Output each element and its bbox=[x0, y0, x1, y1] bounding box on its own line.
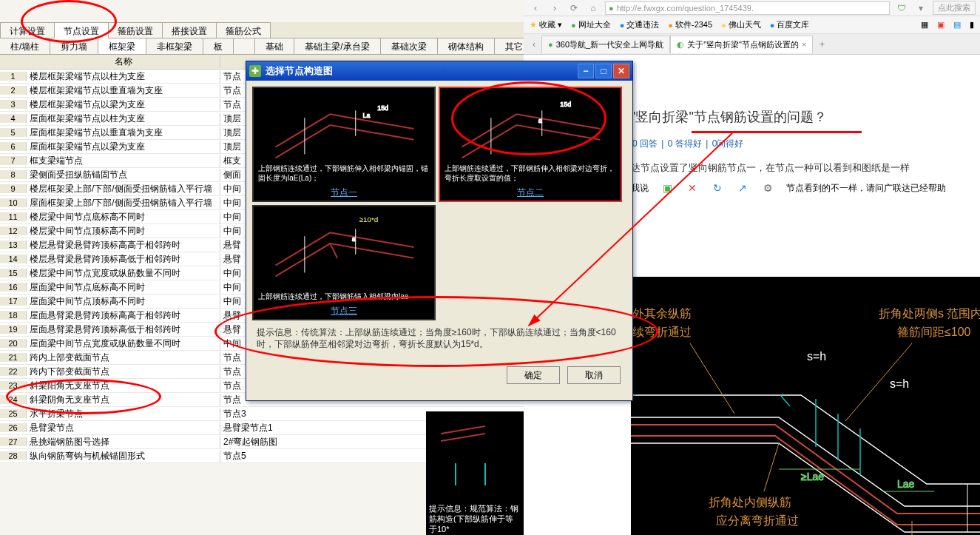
fav-software[interactable]: ●软件-2345 bbox=[668, 19, 712, 30]
forward-button[interactable]: › bbox=[547, 1, 562, 15]
node-card-1[interactable]: La 15d 上部钢筋连续通过，下部钢筋伸入相邻梁内锚固，锚固长度为laE(La… bbox=[252, 87, 436, 202]
browser-tab-1[interactable]: ● 360导航_新一代安全上网导航 bbox=[541, 36, 670, 53]
tab-calc[interactable]: 计算设置 bbox=[0, 22, 55, 38]
row-number: 18 bbox=[0, 311, 27, 320]
svg-line-0 bbox=[441, 426, 485, 434]
minimize-button[interactable]: − bbox=[578, 64, 594, 78]
tab-lap[interactable]: 搭接设置 bbox=[162, 22, 217, 38]
node-card-3[interactable]: a ≥10*d 上部钢筋连续通过，下部钢筋锚入相邻梁内lae 节点三 bbox=[252, 205, 436, 320]
car-icon: ● bbox=[620, 21, 625, 30]
subtab-foundbeam[interactable]: 基础主梁/承台梁 bbox=[294, 38, 380, 54]
subtab-framebeam[interactable]: 框架梁 bbox=[98, 38, 146, 54]
preview-pane: 提示信息：规范算法：钢筋构造(下部纵筋伸于等于10* bbox=[426, 411, 524, 535]
rotate-icon[interactable]: ↻ bbox=[711, 181, 724, 195]
svg-text:15d: 15d bbox=[560, 101, 571, 108]
row-name: 梁侧面受扭纵筋锚固节点 bbox=[27, 169, 220, 181]
tab-close-icon[interactable]: × bbox=[802, 40, 806, 49]
row-name: 楼层梁中间节点宽度或纵筋数量不同时 bbox=[27, 267, 220, 280]
zoom-fit-icon[interactable]: ▣ bbox=[660, 181, 674, 195]
back-button[interactable]: ‹ bbox=[528, 1, 543, 15]
row-name: 屋面悬臂梁悬臂跨顶标高高于相邻跨时 bbox=[27, 309, 220, 322]
row-name: 屋面框架梁端节点以垂直墙为支座 bbox=[27, 127, 220, 139]
toolbar-grid-icon[interactable]: ▦ bbox=[921, 20, 928, 30]
zoom-actual-icon[interactable]: ✕ bbox=[686, 181, 699, 195]
svg-text:La: La bbox=[363, 112, 371, 119]
row-name: 楼层梁中间节点顶标高不同时 bbox=[27, 225, 220, 238]
row-name: 楼层框架梁端节点以梁为支座 bbox=[27, 98, 220, 111]
svg-text:a: a bbox=[538, 117, 542, 124]
tab-prev[interactable]: ‹ bbox=[527, 39, 541, 50]
reload-button[interactable]: ⟳ bbox=[567, 1, 581, 15]
tab-formula[interactable]: 箍筋公式 bbox=[216, 22, 271, 38]
subtab-foundsec[interactable]: 基础次梁 bbox=[381, 38, 438, 54]
subtab-column[interactable]: 柱/墙柱 bbox=[0, 38, 50, 54]
row-name: 屋面框架梁端节点以梁为支座 bbox=[27, 141, 220, 153]
search-box[interactable]: 点此搜索 bbox=[933, 1, 976, 15]
row-name: 斜梁阴角无支座节点 bbox=[27, 394, 220, 406]
dialog-titlebar[interactable]: ✚ 选择节点构造图 − □ ✕ bbox=[246, 61, 632, 81]
svg-text:s=h: s=h bbox=[807, 350, 826, 363]
dialog: ✚ 选择节点构造图 − □ ✕ La 15d bbox=[246, 61, 633, 401]
node3-label: 节点三 bbox=[254, 305, 434, 317]
svg-line-1 bbox=[441, 434, 485, 441]
svg-text:Lae: Lae bbox=[897, 478, 915, 490]
row-name: 纵向钢筋弯钩与机械锚固形式 bbox=[27, 450, 220, 462]
maximize-button[interactable]: □ bbox=[595, 64, 612, 78]
node3-desc: 上部钢筋连续通过，下部钢筋锚入相邻梁内lae bbox=[258, 292, 430, 301]
subtab-nonframe[interactable]: 非框架梁 bbox=[146, 38, 203, 54]
row-name: 屋面梁中间节点底标高不同时 bbox=[27, 281, 220, 294]
node-card-2[interactable]: a 15d 上部钢筋连续通过，下部钢筋伸入相邻梁对边弯折，弯折长度取设置的值； … bbox=[439, 87, 622, 202]
fav-sites[interactable]: ●网址大全 bbox=[571, 19, 611, 30]
subtab-shearwall[interactable]: 剪力墙 bbox=[50, 38, 98, 54]
new-tab-button[interactable]: + bbox=[813, 39, 831, 50]
fav-traffic[interactable]: ●交通违法 bbox=[620, 19, 660, 30]
doc-icon: ● bbox=[770, 21, 775, 30]
dialog-icon: ✚ bbox=[249, 65, 261, 77]
toolbar-cal-icon[interactable]: ▣ bbox=[937, 20, 944, 30]
cancel-button[interactable]: 取消 bbox=[567, 366, 621, 384]
close-button[interactable]: ✕ bbox=[613, 64, 629, 78]
shield-icon[interactable]: 🛡 bbox=[894, 1, 909, 15]
toolbar-db-icon[interactable]: ▤ bbox=[953, 20, 961, 30]
fav-baidu[interactable]: ●百度文库 bbox=[770, 19, 810, 30]
row-number: 24 bbox=[0, 395, 27, 404]
toolbar-plus-icon[interactable]: ▮ bbox=[970, 20, 974, 30]
home-button[interactable]: ⌂ bbox=[586, 1, 601, 15]
row-number: 23 bbox=[0, 381, 27, 390]
subtab-slab[interactable]: 板 bbox=[203, 38, 234, 54]
favorites-bar: ★收藏 ▾ ●网址大全 ●交通违法 ●软件-2345 ●佛山天气 ●百度文库 ▦… bbox=[524, 16, 980, 34]
svg-text:15d: 15d bbox=[377, 104, 388, 112]
fav-star[interactable]: ★收藏 ▾ bbox=[530, 19, 562, 30]
gear-icon[interactable]: ⚙ bbox=[761, 181, 774, 195]
address-bar[interactable]: ● http://e.fwxgx.com/question_1745439. bbox=[605, 1, 890, 15]
share-icon[interactable]: ↗ bbox=[736, 181, 749, 195]
browser-tabs: ‹ ● 360导航_新一代安全上网导航 ◐ 关于"竖向折梁"节点钢筋设置的 × … bbox=[524, 34, 980, 55]
svg-line-31 bbox=[764, 443, 779, 491]
row-name: 框支梁端节点 bbox=[27, 155, 220, 167]
row-name: 楼层悬臂梁悬臂跨顶标高高于相邻跨时 bbox=[27, 239, 220, 252]
row-number: 25 bbox=[0, 409, 27, 418]
row-name: 屋面框架梁上部/下部/侧面受扭钢筋锚入平行墙 bbox=[27, 197, 220, 209]
row-number: 27 bbox=[0, 437, 27, 446]
row-number: 12 bbox=[0, 226, 27, 235]
subtab-empty[interactable] bbox=[234, 38, 255, 54]
node2-label: 节点二 bbox=[440, 186, 621, 199]
row-number: 16 bbox=[0, 283, 27, 292]
dropdown-icon[interactable]: ▾ bbox=[913, 1, 928, 15]
fav-weather[interactable]: ●佛山天气 bbox=[721, 19, 761, 30]
row-number: 8 bbox=[0, 170, 27, 179]
tab-stirrup[interactable]: 箍筋设置 bbox=[108, 22, 163, 38]
subtab-masonry[interactable]: 砌体结构 bbox=[438, 38, 495, 54]
address-bar-row: ‹ › ⟳ ⌂ ● http://e.fwxgx.com/question_17… bbox=[524, 0, 980, 16]
row-number: 11 bbox=[0, 212, 27, 221]
browser-tab-2[interactable]: ◐ 关于"竖向折梁"节点钢筋设置的 × bbox=[670, 36, 813, 53]
row-number: 20 bbox=[0, 339, 27, 348]
row-number: 26 bbox=[0, 423, 27, 432]
tab-node[interactable]: 节点设置 bbox=[54, 22, 109, 38]
sub-tabs: 柱/墙柱 剪力墙 框架梁 非框架梁 板 基础 基础主梁/承台梁 基础次梁 砌体结… bbox=[0, 38, 524, 55]
preview-hint: 提示信息：规范算法：钢筋构造(下部纵筋伸于等于10* bbox=[429, 503, 521, 534]
ok-button[interactable]: 确定 bbox=[507, 366, 560, 384]
row-number: 4 bbox=[0, 114, 27, 123]
subtab-foundation[interactable]: 基础 bbox=[255, 38, 294, 54]
node1-desc: 上部钢筋连续通过，下部钢筋伸入相邻梁内锚固，锚固长度为laE(La)； bbox=[258, 164, 430, 183]
